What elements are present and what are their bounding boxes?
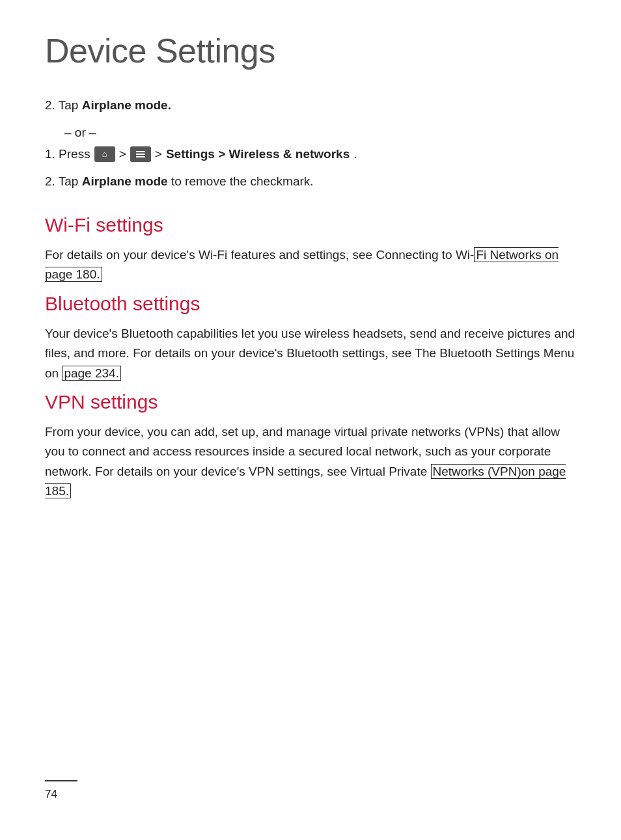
- bluetooth-link[interactable]: page 234.: [62, 366, 121, 381]
- chevron1: >: [119, 147, 126, 161]
- menu-button-icon: [130, 146, 151, 162]
- page-title: Device Settings: [45, 31, 576, 70]
- step1-press-line: 1. Press ⌂ > > Settings > Wireless & net…: [45, 146, 576, 162]
- vpn-link[interactable]: Networks (VPN)on page 185.: [45, 464, 566, 498]
- footer-rule: [45, 780, 77, 781]
- or-separator: – or –: [64, 126, 576, 140]
- wifi-link[interactable]: Fi Networks on page 180.: [45, 247, 559, 282]
- airplane-mode-label: Airplane mode.: [82, 98, 171, 112]
- bluetooth-settings-heading: Bluetooth settings: [45, 293, 576, 315]
- airplane-mode-bold2: Airplane mode: [82, 174, 168, 188]
- wifi-settings-heading: Wi-Fi settings: [45, 214, 576, 236]
- step2-remove-checkmark: 2. Tap Airplane mode to remove the check…: [45, 172, 576, 191]
- bluetooth-settings-body: Your device's Bluetooth capabilities let…: [45, 324, 576, 383]
- vpn-settings-body: From your device, you can add, set up, a…: [45, 422, 576, 502]
- period: .: [353, 147, 357, 161]
- step2-airplane-mode: 2. Tap Airplane mode.: [45, 96, 576, 115]
- wifi-settings-body: For details on your device's Wi-Fi featu…: [45, 245, 576, 285]
- page-footer: 74: [45, 780, 576, 801]
- vpn-settings-heading: VPN settings: [45, 391, 576, 413]
- step1-press-text: 1. Press: [45, 147, 90, 161]
- page-number: 74: [45, 788, 57, 800]
- settings-wireless-label: Settings > Wireless & networks: [166, 147, 350, 161]
- home-button-icon: ⌂: [94, 146, 115, 162]
- chevron2: >: [155, 147, 162, 161]
